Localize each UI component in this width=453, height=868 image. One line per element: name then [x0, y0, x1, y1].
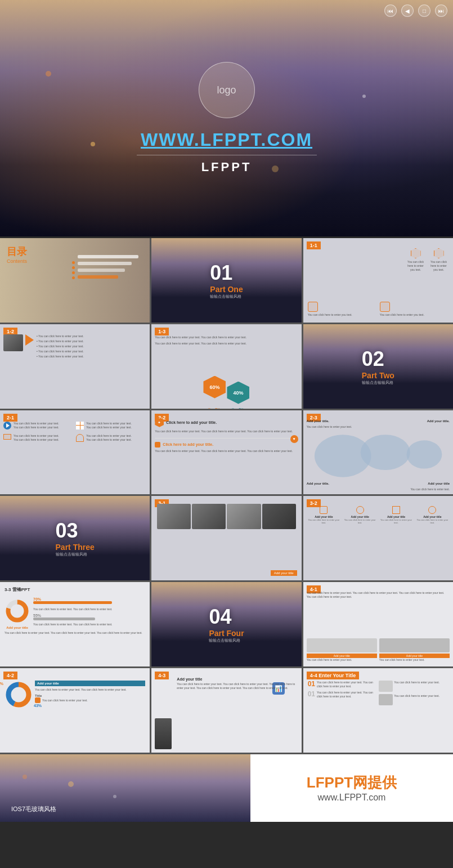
photo-3: [227, 504, 261, 529]
hero-subtitle: LFPPT: [201, 160, 252, 175]
slide-4-4-label: 4-4 Enter Your Title: [307, 672, 360, 679]
hero-url: WWW.LFPPT.COM: [141, 129, 312, 150]
part-three-num: 03: [56, 519, 95, 543]
dot3: [72, 271, 75, 274]
slide-1-2[interactable]: 1-2 • You can click here to enter your t…: [0, 324, 150, 409]
slide-4-3-label: 4-3: [155, 672, 169, 679]
dot1: [72, 261, 75, 264]
slide-1-1[interactable]: 1-1 You can click here to enter you text…: [303, 238, 453, 323]
hex-1: 60%: [203, 376, 226, 399]
ios-label: IOS7毛玻璃风格: [11, 805, 56, 813]
square-button[interactable]: □: [418, 5, 430, 17]
slide-3-3-label: 3-3 雷锋PPT: [5, 587, 145, 593]
last-slide-content: LFPPT网提供 www.LFPPT.com: [250, 754, 453, 822]
slide-2-1-label: 2-1: [3, 414, 17, 422]
slide-part-two[interactable]: 02 Part Two 输输点击输输风格: [303, 324, 453, 409]
last-slide: IOS7毛玻璃风格 LFPPT网提供 www.LFPPT.com: [0, 754, 453, 822]
photo-2: [192, 504, 226, 529]
slide-2-1[interactable]: 2-1 You can click here to enter your tex…: [0, 410, 150, 495]
slide-1-3-label: 1-3: [155, 328, 169, 335]
dot2: [72, 266, 75, 269]
contents-en: Contents: [7, 258, 27, 264]
slide-2-2[interactable]: 2-2 ✦ Click here to add your title. You …: [151, 410, 301, 495]
svg-point-1: [360, 435, 410, 470]
slide-3-2[interactable]: 3-2 Add your title You can click here to…: [303, 496, 453, 580]
part-one-title: Part One: [210, 285, 243, 294]
slide-part-four[interactable]: 04 Part Four 输输点击输输风格: [151, 582, 301, 666]
photo-4: [262, 504, 296, 529]
part-three-title: Part Three: [56, 543, 95, 552]
slide-4-1[interactable]: 4-1 You can click here to enter your tex…: [303, 582, 453, 666]
part-two-subtitle: 输输点击输输风格: [362, 380, 394, 386]
part-two-title: Part Two: [362, 371, 394, 380]
part-one-num: 01: [210, 261, 243, 285]
slide-3-1[interactable]: 3-1 Add your title: [151, 496, 301, 580]
last-slide-text1: LFPPT网提供: [307, 773, 397, 793]
part-four-subtitle: 输输点击输输风格: [209, 638, 244, 643]
part-four-title: Part Four: [209, 629, 244, 638]
slide-1-3[interactable]: 1-3 You can click here to enter your tex…: [151, 324, 301, 409]
logo-circle: logo: [199, 62, 255, 118]
hero-slide: logo WWW.LFPPT.COM LFPPT: [0, 0, 453, 236]
slide-1-1-label: 1-1: [307, 241, 321, 249]
slide-contents[interactable]: 目录 Contents: [0, 238, 150, 323]
slide-part-three[interactable]: 03 Part Three 输输点击输输风格: [0, 496, 150, 580]
dot4: [72, 276, 75, 279]
next-button[interactable]: ⏭: [435, 5, 447, 17]
part-one-subtitle: 输输点击输输风格: [210, 294, 243, 299]
prev-button[interactable]: ⏮: [384, 5, 397, 17]
slide-4-2-label: 4-2: [3, 672, 17, 679]
part-three-subtitle: 输输点击输输风格: [56, 552, 95, 557]
hex-2: 40%: [227, 382, 249, 404]
media-controls[interactable]: ⏮ ◀ □ ⏭: [384, 5, 447, 17]
slide-part-one[interactable]: 01 Part One 输输点击输输风格: [151, 238, 301, 323]
slide-4-3[interactable]: 4-3 📊 Add your title You can click here …: [151, 668, 301, 753]
svg-point-2: [406, 440, 442, 468]
slide-3-3[interactable]: 3-3 雷锋PPT Add your title 70% Yo: [0, 582, 150, 666]
contents-zh: 目录: [7, 245, 27, 258]
slide-4-2[interactable]: 4-2 57% 43% Add your title You c: [0, 668, 150, 753]
slide-4-4[interactable]: 4-4 Enter Your Title 01 You can click he…: [303, 668, 453, 753]
slides-grid: 目录 Contents: [0, 238, 453, 822]
photo-1: [157, 504, 191, 529]
hero-divider: [137, 155, 317, 155]
slide-2-3[interactable]: 2-3 Add your title. You can click here t…: [303, 410, 453, 495]
last-slide-text2: www.LFPPT.com: [318, 793, 386, 803]
part-two-num: 02: [362, 347, 394, 371]
part-four-num: 04: [209, 605, 244, 629]
add-title: Add your title: [271, 570, 297, 576]
back-button[interactable]: ◀: [401, 5, 414, 17]
